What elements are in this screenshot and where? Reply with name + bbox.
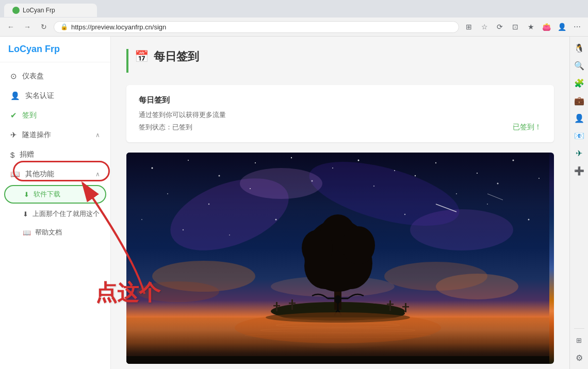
svg-point-37 bbox=[487, 204, 488, 205]
svg-rect-71 bbox=[126, 356, 549, 364]
profile-button[interactable]: 👤 bbox=[555, 20, 568, 33]
donate-icon: $ bbox=[10, 150, 14, 159]
active-tab[interactable]: LoCyan Frp bbox=[4, 4, 97, 17]
sign-status-badge: 已签到！ bbox=[513, 123, 542, 132]
svg-point-13 bbox=[219, 175, 220, 177]
svg-rect-47 bbox=[289, 303, 296, 304]
page-header-icon: 📅 bbox=[135, 50, 149, 63]
logo: LoCyan Frp bbox=[0, 37, 110, 62]
software-download-icon: ⬇ bbox=[24, 191, 29, 198]
sidebar-item-other-functions[interactable]: 📖 其他功能 ∧ bbox=[0, 164, 110, 184]
outlook-extension-btn[interactable]: 📧 bbox=[572, 128, 586, 143]
svg-point-17 bbox=[358, 160, 360, 161]
bookmark-button[interactable]: ☆ bbox=[478, 20, 491, 33]
svg-point-31 bbox=[141, 219, 142, 220]
sidebar-item-realname[interactable]: 👤 实名认证 bbox=[0, 86, 110, 106]
sidebar-subitem-help-docs[interactable]: 📖 帮助文档 bbox=[0, 223, 110, 242]
svg-point-10 bbox=[137, 281, 219, 302]
tunnel-arrow-icon: ∧ bbox=[95, 131, 100, 139]
svg-point-11 bbox=[152, 167, 153, 169]
use-this-label: 上面那个住了就用这个 bbox=[32, 209, 100, 219]
content-inner: 📅 每日签到 每日签到 通过签到你可以获得更多流量 签到状态：已签到 已签到！ bbox=[111, 37, 569, 369]
reader-mode-button[interactable]: ⊞ bbox=[462, 20, 476, 33]
sign-card-description: 通过签到你可以获得更多流量 bbox=[139, 110, 542, 120]
svg-point-25 bbox=[250, 188, 251, 189]
browser-toolbar: ← → ↻ 🔒 https://preview.locyanfrp.cn/sig… bbox=[0, 18, 588, 36]
svg-point-59 bbox=[342, 226, 375, 264]
svg-point-9 bbox=[384, 262, 487, 291]
qq-extension-btn[interactable]: 🐧 bbox=[572, 41, 586, 55]
dashboard-icon: ⊙ bbox=[10, 72, 17, 81]
sidebar-item-realname-label: 实名认证 bbox=[25, 91, 100, 100]
svg-point-21 bbox=[513, 160, 514, 161]
sidebar-item-sign[interactable]: ✔ 签到 bbox=[0, 106, 110, 125]
svg-point-28 bbox=[415, 175, 416, 176]
sidebar-subitem-software-download[interactable]: ⬇ 软件下载 bbox=[4, 185, 106, 204]
profile-extension-btn[interactable]: 👤 bbox=[572, 111, 586, 125]
svg-rect-46 bbox=[291, 299, 293, 310]
translate-extension-btn[interactable]: ⊞ bbox=[572, 333, 586, 347]
svg-point-36 bbox=[404, 214, 405, 215]
sidebar-item-tunnel[interactable]: ✈ 隧道操作 ∧ bbox=[0, 125, 110, 145]
search-extension-btn[interactable]: 🔍 bbox=[572, 58, 586, 73]
svg-rect-48 bbox=[389, 300, 391, 311]
tunnel-icon: ✈ bbox=[10, 130, 17, 140]
svg-point-16 bbox=[332, 167, 333, 169]
add-extension-btn[interactable]: ➕ bbox=[572, 163, 586, 178]
svg-point-38 bbox=[528, 219, 530, 221]
help-docs-icon: 📖 bbox=[23, 229, 31, 237]
svg-point-22 bbox=[538, 178, 540, 179]
toolbar-actions: ⊞ ☆ ⟳ ⊡ ★ 👛 👤 ⋯ bbox=[462, 20, 584, 33]
sign-status-text: 签到状态：已签到 bbox=[139, 123, 192, 132]
send-extension-btn[interactable]: ✈ bbox=[572, 146, 586, 160]
svg-point-23 bbox=[167, 193, 168, 194]
sidebar-item-dashboard[interactable]: ⊙ 仪表盘 bbox=[0, 66, 110, 86]
svg-point-12 bbox=[188, 160, 189, 161]
settings-extension-btn[interactable]: ⚙ bbox=[572, 350, 586, 365]
ext-divider bbox=[574, 328, 584, 329]
other-functions-arrow-icon: ∧ bbox=[95, 171, 100, 178]
browser-wallet-button[interactable]: 👛 bbox=[540, 20, 553, 33]
sidebar-item-tunnel-label: 隧道操作 bbox=[22, 130, 90, 140]
svg-rect-49 bbox=[387, 304, 394, 305]
sidebar-item-donate-label: 捐赠 bbox=[20, 150, 100, 159]
collections-extension-btn[interactable]: 🧩 bbox=[572, 76, 586, 90]
more-button[interactable]: ⋯ bbox=[570, 20, 584, 33]
help-docs-label: 帮助文档 bbox=[35, 228, 62, 237]
realname-icon: 👤 bbox=[10, 91, 20, 100]
svg-point-19 bbox=[435, 162, 436, 163]
svg-point-4 bbox=[410, 209, 513, 250]
lock-icon: 🔒 bbox=[60, 23, 68, 30]
svg-point-32 bbox=[183, 229, 184, 230]
forward-button[interactable]: → bbox=[21, 20, 34, 33]
url-text: https://preview.locyanfrp.cn/sign bbox=[71, 23, 452, 31]
sidebar-item-other-label: 其他功能 bbox=[25, 170, 90, 179]
wallet-extension-btn[interactable]: 💼 bbox=[572, 93, 586, 108]
svg-point-14 bbox=[255, 162, 256, 163]
address-bar[interactable]: 🔒 https://preview.locyanfrp.cn/sign bbox=[54, 21, 459, 33]
refresh-button[interactable]: ↻ bbox=[37, 20, 51, 33]
svg-point-29 bbox=[456, 193, 457, 194]
sidebar-subitem-use-this[interactable]: ⬇ 上面那个住了就用这个 bbox=[0, 205, 110, 223]
svg-rect-45 bbox=[273, 305, 280, 307]
browser-chrome: LoCyan Frp ← → ↻ 🔒 https://preview.locya… bbox=[0, 0, 588, 37]
split-screen-button[interactable]: ⊡ bbox=[509, 20, 522, 33]
page-header: 📅 每日签到 bbox=[126, 49, 554, 73]
tab-collections-button[interactable]: ⟳ bbox=[493, 20, 507, 33]
sidebar-item-donate[interactable]: $ 捐赠 bbox=[0, 145, 110, 164]
back-button[interactable]: ← bbox=[4, 20, 18, 33]
svg-point-34 bbox=[275, 219, 277, 221]
sign-card-title: 每日签到 bbox=[139, 95, 542, 105]
software-download-label: 软件下载 bbox=[34, 190, 60, 199]
svg-point-24 bbox=[208, 204, 209, 205]
svg-rect-51 bbox=[402, 306, 409, 308]
app-layout: LoCyan Frp ⊙ 仪表盘 👤 实名认证 ✔ 签到 ✈ 隧道操作 ∧ $ bbox=[0, 37, 588, 369]
sign-card: 每日签到 通过签到你可以获得更多流量 签到状态：已签到 已签到！ bbox=[126, 85, 554, 142]
sign-status-row: 签到状态：已签到 已签到！ bbox=[139, 123, 542, 132]
main-content: 📅 每日签到 每日签到 通过签到你可以获得更多流量 签到状态：已签到 已签到！ bbox=[111, 37, 569, 369]
tab-favicon bbox=[12, 7, 20, 14]
svg-point-20 bbox=[477, 173, 478, 174]
svg-rect-44 bbox=[276, 302, 277, 311]
other-functions-submenu: ⬇ 软件下载 ⬇ 上面那个住了就用这个 📖 帮助文档 bbox=[0, 185, 110, 242]
favorites-button[interactable]: ★ bbox=[524, 20, 537, 33]
